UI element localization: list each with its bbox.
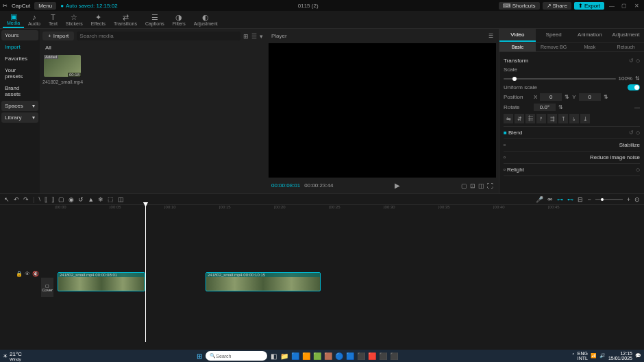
sidebar-brand[interactable]: Brand assets bbox=[1, 83, 38, 99]
flip-v-button[interactable]: ⇵ bbox=[515, 114, 524, 123]
sort-icon[interactable]: ⊞ bbox=[243, 33, 249, 40]
trim-left-tool[interactable]: ⟦ bbox=[45, 196, 47, 203]
tab-video[interactable]: Video bbox=[499, 29, 536, 42]
sidebar-library[interactable]: Library▾ bbox=[1, 112, 38, 123]
filter-icon[interactable]: ☰ bbox=[251, 33, 257, 40]
snap-icon[interactable]: ⊶ bbox=[557, 196, 563, 203]
undo-button[interactable]: ↶ bbox=[14, 196, 19, 203]
weather-widget[interactable]: ☀ 21°CWindy bbox=[3, 351, 22, 361]
reverse-tool[interactable]: ↺ bbox=[78, 196, 84, 203]
tray-chevron[interactable]: ˄ bbox=[572, 353, 575, 359]
app-icon[interactable]: ⬛ bbox=[356, 351, 366, 361]
subtab-basic[interactable]: Basic bbox=[499, 43, 536, 51]
record-tool[interactable]: ◉ bbox=[69, 196, 74, 203]
align-b-button[interactable]: ⤓ bbox=[580, 114, 590, 123]
tool-text[interactable]: TText bbox=[45, 11, 62, 28]
tab-speed[interactable]: Speed bbox=[536, 29, 572, 42]
ratio-icon[interactable]: ⊡ bbox=[470, 182, 475, 189]
app-icon[interactable]: 🟥 bbox=[367, 351, 377, 361]
player-menu-icon[interactable]: ☰ bbox=[488, 33, 493, 39]
stabilize-header[interactable]: Stabilize bbox=[619, 142, 640, 148]
preview-icon[interactable]: ⊟ bbox=[578, 196, 583, 203]
media-thumbnail[interactable]: Added 00:18 bbox=[44, 55, 81, 77]
zoom-out-icon[interactable]: − bbox=[587, 196, 591, 203]
view-icon[interactable]: ▾ bbox=[260, 33, 263, 40]
keyframe-icon[interactable]: ◇ bbox=[636, 167, 640, 173]
align-r-button[interactable]: ⇶ bbox=[547, 114, 557, 123]
split-tool[interactable]: ⧵ bbox=[38, 195, 40, 203]
start-button[interactable]: ⊞ bbox=[195, 351, 204, 361]
sidebar-favorites[interactable]: Favorites bbox=[1, 53, 38, 64]
rotate-input[interactable] bbox=[534, 104, 556, 111]
timeline-canvas[interactable]: 241802_small.mp4 00:00:08:01 241802_smal… bbox=[55, 212, 644, 335]
pos-x-input[interactable] bbox=[540, 93, 562, 101]
stepper-icon[interactable]: ⇅ bbox=[635, 75, 640, 82]
noise-header[interactable]: Reduce image noise bbox=[590, 154, 640, 160]
app-icon[interactable]: 🟫 bbox=[323, 351, 333, 361]
app-icon[interactable]: ⬛ bbox=[378, 351, 388, 361]
cover-button[interactable]: ▢Cover bbox=[41, 278, 53, 297]
fit-icon[interactable]: ⊙ bbox=[634, 196, 640, 203]
flip-h-button[interactable]: ⇋ bbox=[504, 114, 513, 123]
redo-button[interactable]: ↷ bbox=[23, 196, 29, 203]
align-m-button[interactable]: ⫰ bbox=[569, 114, 579, 123]
capcut-taskbar-icon[interactable]: ⬛ bbox=[389, 351, 399, 361]
pos-y-input[interactable] bbox=[579, 93, 601, 101]
taskbar-search[interactable]: 🔍 Search bbox=[206, 351, 267, 361]
mute-icon[interactable]: 🔇 bbox=[32, 271, 39, 277]
link-icon[interactable]: ⊷ bbox=[567, 196, 573, 203]
tool-effects[interactable]: ✦Effects bbox=[87, 11, 110, 28]
app-icon[interactable]: 🟦 bbox=[290, 351, 300, 361]
tool-media[interactable]: ▣Media bbox=[3, 11, 24, 28]
sidebar-spaces[interactable]: Spaces▾ bbox=[1, 101, 38, 111]
magnet-icon[interactable]: ⚮ bbox=[547, 196, 553, 203]
delete-tool[interactable]: ▢ bbox=[58, 196, 64, 203]
share-button[interactable]: ↗ Share bbox=[543, 2, 571, 10]
app-icon[interactable]: 🟩 bbox=[312, 351, 322, 361]
stepper-icon[interactable]: ⇅ bbox=[565, 94, 569, 100]
player-viewport[interactable] bbox=[269, 43, 496, 178]
tab-adjustment[interactable]: Adjustment bbox=[608, 29, 644, 42]
shortcuts-button[interactable]: ⌨ Shortcuts bbox=[499, 2, 540, 10]
sidebar-presets[interactable]: Your presets bbox=[1, 65, 38, 82]
taskview-icon[interactable]: ◧ bbox=[269, 351, 278, 361]
crop-tool[interactable]: ⬚ bbox=[108, 196, 114, 203]
playhead[interactable] bbox=[145, 205, 146, 342]
tool-transitions[interactable]: ⇄Transitions bbox=[110, 11, 141, 28]
tab-animation[interactable]: Animation bbox=[572, 29, 608, 42]
trim-right-tool[interactable]: ⟧ bbox=[51, 196, 54, 203]
close-button[interactable]: ✕ bbox=[632, 3, 641, 9]
quality-icon[interactable]: ▢ bbox=[461, 182, 467, 189]
tool-captions[interactable]: ☰Captions bbox=[141, 11, 169, 28]
maximize-button[interactable]: ▢ bbox=[619, 3, 629, 9]
subtab-mask[interactable]: Mask bbox=[572, 43, 608, 51]
keyframe-icon[interactable]: ◇ bbox=[636, 130, 640, 136]
blend-header[interactable]: Blend bbox=[508, 130, 522, 136]
chrome-icon[interactable]: 🔵 bbox=[334, 351, 344, 361]
play-button[interactable]: ▶ bbox=[395, 182, 400, 189]
subtab-removebg[interactable]: Remove BG bbox=[536, 43, 572, 51]
uniform-toggle[interactable] bbox=[628, 84, 640, 90]
freeze-tool[interactable]: ❄ bbox=[98, 196, 103, 203]
clip-2[interactable]: 241802_small.mp4 00:00:10:15 bbox=[206, 272, 321, 291]
search-input[interactable] bbox=[77, 32, 240, 40]
reset-icon[interactable]: ↺ bbox=[629, 58, 634, 64]
align-l-button[interactable]: ⬱ bbox=[525, 114, 535, 123]
explorer-icon[interactable]: 📁 bbox=[280, 351, 289, 361]
tool-filters[interactable]: ◑Filters bbox=[169, 11, 190, 28]
app-icon[interactable]: 🟧 bbox=[301, 351, 311, 361]
notifications-icon[interactable]: 💬 bbox=[635, 353, 641, 359]
tool-stickers[interactable]: ☆Stickers bbox=[62, 11, 87, 28]
import-button[interactable]: +Import bbox=[42, 32, 74, 40]
stepper-icon[interactable]: ⇅ bbox=[558, 104, 563, 110]
wifi-icon[interactable]: 📶 bbox=[591, 353, 597, 359]
stepper-icon[interactable]: ⇅ bbox=[604, 94, 608, 100]
sidebar-yours[interactable]: Yours bbox=[1, 30, 38, 40]
scale-slider[interactable] bbox=[504, 78, 616, 80]
lock-icon[interactable]: 🔒 bbox=[16, 271, 23, 277]
align-c-button[interactable]: ⫯ bbox=[536, 114, 546, 123]
tool-audio[interactable]: ♪Audio bbox=[24, 11, 45, 28]
subtab-retouch[interactable]: Retouch bbox=[608, 43, 644, 51]
timeline-ruler[interactable]: |00:00 |00:05 |00:10 |00:15 |00:20 |00:2… bbox=[55, 205, 644, 212]
minimize-button[interactable]: — bbox=[607, 3, 617, 9]
